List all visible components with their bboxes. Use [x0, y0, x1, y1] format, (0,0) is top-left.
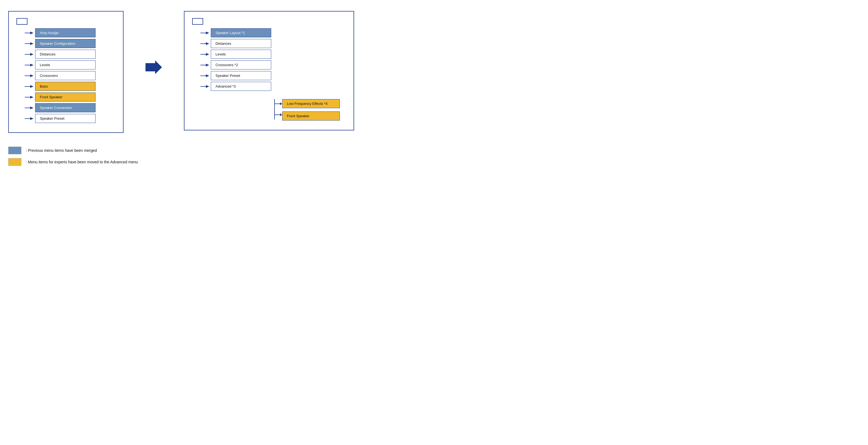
legend-text: : Menu items for experts have been moved…: [26, 160, 138, 164]
menu-item-distances: Distances: [35, 50, 96, 59]
svg-marker-9: [30, 74, 33, 77]
svg-marker-5: [30, 53, 33, 56]
legend-color-yellow: [8, 158, 22, 166]
list-item: Bass: [25, 82, 115, 91]
svg-marker-20: [206, 32, 209, 34]
legend-item: : Previous menu items have been merged: [8, 147, 860, 154]
svg-marker-17: [30, 117, 33, 120]
svg-marker-15: [30, 106, 33, 109]
list-item: Crossovers *2: [200, 60, 271, 69]
list-item: Levels: [200, 50, 271, 59]
arrow-connector: [25, 95, 33, 100]
arrow-connector: [25, 105, 33, 110]
list-item: Distances: [200, 39, 271, 48]
menu-item-speaker-preset: Speaker Preset: [211, 71, 271, 80]
list-item: Speaker Preset: [200, 71, 271, 80]
sub-items-container: Low Frequency Effects *4Front Speaker: [282, 99, 340, 122]
menu-item-amp-assign: Amp Assign: [35, 28, 96, 37]
arrow-connector: [25, 41, 33, 46]
arrow-connector: [200, 41, 209, 46]
arrow-connector: [200, 52, 209, 57]
left-tree: Amp Assign Speaker Configuration Distanc…: [25, 28, 115, 125]
menu-item-crossovers-2: Crossovers *2: [211, 60, 271, 69]
list-item: Speaker Connection: [25, 103, 115, 112]
svg-marker-13: [30, 96, 33, 99]
arrow-connector: [200, 30, 209, 35]
right-root-node: [192, 18, 203, 25]
diagrams-row: Amp Assign Speaker Configuration Distanc…: [8, 11, 860, 133]
menu-item-speaker-layout-1: Speaker Layout *1: [211, 28, 271, 37]
menu-item-front-speaker: Front Speaker: [35, 93, 96, 102]
menu-item-levels: Levels: [35, 60, 96, 69]
svg-marker-11: [30, 85, 33, 88]
sub-item-low-frequency-effects-4: Low Frequency Effects *4: [282, 99, 340, 108]
svg-marker-35: [280, 114, 282, 116]
arrow-connector: [200, 84, 209, 89]
legend-color-blue: [8, 147, 22, 154]
arrow-connector: [200, 73, 209, 78]
svg-marker-33: [280, 102, 282, 105]
menu-item-advanced-3: Advanced *3: [211, 82, 271, 91]
svg-marker-18: [146, 60, 162, 74]
menu-item-crossovers: Crossovers: [35, 71, 96, 80]
left-panel: Amp Assign Speaker Configuration Distanc…: [8, 11, 124, 133]
list-item: Speaker Preset: [25, 114, 115, 123]
sub-item-front-speaker: Front Speaker: [282, 112, 340, 121]
list-item: Distances: [25, 50, 115, 59]
right-panel: Speaker Layout *1 Distances Levels Cross…: [184, 11, 354, 130]
list-item: Crossovers: [25, 71, 115, 80]
list-item: Amp Assign: [25, 28, 115, 37]
arrow-connector: [25, 84, 33, 89]
legend-text: : Previous menu items have been merged: [26, 148, 97, 153]
menu-item-distances: Distances: [211, 39, 271, 48]
left-root-node: [17, 18, 27, 25]
svg-marker-24: [206, 53, 209, 56]
list-item: Front Speaker: [25, 93, 115, 102]
svg-marker-1: [30, 32, 33, 34]
menu-item-speaker-configuration: Speaker Configuration: [35, 39, 96, 48]
transition-arrow: [140, 60, 167, 74]
arrow-connector: [25, 30, 33, 35]
menu-item-bass: Bass: [35, 82, 96, 91]
legend: : Previous menu items have been merged: …: [8, 147, 860, 166]
arrow-connector: [200, 63, 209, 67]
menu-item-levels: Levels: [211, 50, 271, 59]
list-item: Levels: [25, 60, 115, 69]
arrow-connector: [25, 116, 33, 121]
svg-marker-26: [206, 64, 209, 66]
main-container: Amp Assign Speaker Configuration Distanc…: [8, 11, 860, 166]
menu-item-speaker-preset: Speaker Preset: [35, 114, 96, 123]
sub-connector-svg: [274, 99, 282, 119]
legend-item: : Menu items for experts have been moved…: [8, 158, 860, 166]
right-tree: Speaker Layout *1 Distances Levels Cross…: [200, 28, 271, 93]
menu-item-speaker-connection: Speaker Connection: [35, 103, 96, 112]
svg-marker-30: [206, 85, 209, 88]
list-item: Advanced *3: [200, 82, 271, 91]
list-item: Speaker Layout *1: [200, 28, 271, 37]
svg-marker-3: [30, 42, 33, 45]
svg-marker-7: [30, 64, 33, 66]
svg-marker-28: [206, 74, 209, 77]
svg-marker-22: [206, 42, 209, 45]
list-item: Speaker Configuration: [25, 39, 115, 48]
arrow-connector: [25, 52, 33, 57]
arrow-connector: [25, 73, 33, 78]
advanced-sub-container: Low Frequency Effects *4Front Speaker: [274, 99, 340, 122]
arrow-connector: [25, 63, 33, 67]
